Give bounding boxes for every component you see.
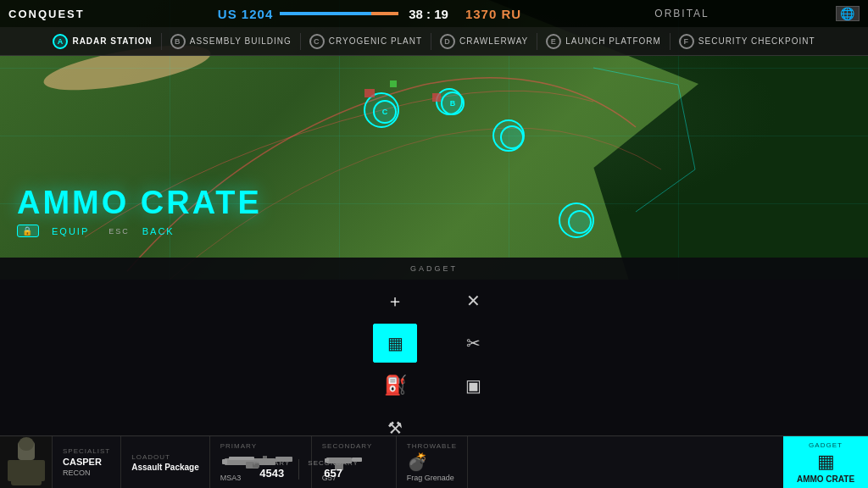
- objective-B[interactable]: BASSEMBLY BUILDING: [162, 27, 300, 55]
- equip-label[interactable]: EQUIP: [52, 226, 89, 236]
- specialist-name: CASPER: [63, 457, 110, 467]
- cross-icon: ✕: [466, 291, 481, 311]
- svg-rect-17: [263, 456, 267, 458]
- secondary-label: SECONDARY: [322, 442, 386, 450]
- spacer: [468, 436, 783, 488]
- ammo-crate-icon: ▦: [387, 333, 403, 353]
- svg-rect-11: [36, 460, 45, 481]
- loadout-section: Loadout Assault Package: [121, 436, 210, 488]
- svg-point-8: [19, 437, 34, 451]
- throwable-label: Throwable: [407, 442, 457, 450]
- objective-label-B: ASSEMBLY BUILDING: [190, 36, 292, 46]
- objective-E[interactable]: ELAUNCH PLATFORM: [537, 27, 670, 55]
- scissors-icon: ✂: [466, 333, 481, 353]
- specialist-role: RECON: [63, 469, 110, 477]
- box-icon: ▣: [465, 375, 481, 396]
- back-key: ESC: [108, 227, 130, 236]
- gadget-slot-medkit[interactable]: ＋: [373, 281, 417, 320]
- svg-rect-10: [8, 460, 16, 481]
- objective-label-D: CRAWLERWAY: [459, 36, 528, 46]
- gadget-slot-supply[interactable]: ⛽: [373, 366, 417, 405]
- objective-F[interactable]: FSECURITY CHECKPOINT: [670, 27, 824, 55]
- specialist-section: Specialist CASPER RECON: [53, 436, 121, 488]
- specialist-avatar: [0, 436, 53, 488]
- loadout-name: Assault Package: [131, 463, 199, 472]
- equip-key: 🔒: [17, 225, 39, 237]
- gadget-section-label: GADGET: [410, 264, 458, 273]
- score-progress-bar: [280, 12, 398, 15]
- gadget-slot-r1[interactable]: ✕: [451, 281, 495, 320]
- objective-badge-D: D: [440, 34, 455, 49]
- secondary-ammo-label: secondary: [308, 459, 359, 467]
- objective-badge-B: B: [170, 34, 186, 49]
- throwable-icon: 💣: [407, 452, 457, 472]
- gadget-slot-r3[interactable]: ▣: [451, 366, 495, 405]
- gadget-grid: ＋ ▦ ⛽ ⚒ ✕ ✂ ▣: [373, 277, 495, 452]
- gadget-slot-label: Gadget: [809, 441, 843, 449]
- gadget-column-right: ✕ ✂ ▣: [451, 281, 495, 405]
- match-timer: 38 : 19: [398, 7, 459, 21]
- objective-label-E: LAUNCH PLATFORM: [565, 36, 661, 46]
- world-map-icon[interactable]: 🌐: [836, 6, 860, 21]
- primary-ammo-label: Primary: [253, 459, 290, 467]
- supply-icon: ⛽: [384, 374, 407, 396]
- top-bar: CONQUEST US 1204 38 : 19 1370 RU ORBITAL…: [0, 0, 868, 27]
- gadget-slot-icon: ▦: [817, 451, 835, 473]
- gadget-column-left: ＋ ▦ ⛽ ⚒: [373, 281, 417, 447]
- objective-D[interactable]: DCRAWLERWAY: [431, 27, 537, 55]
- map-marker-e: [500, 125, 524, 149]
- score-area: US 1204 38 : 19 1370 RU: [211, 7, 528, 21]
- map-marker-f: [568, 210, 592, 234]
- loadout-label: Loadout: [131, 453, 199, 461]
- us-score: US 1204: [211, 7, 280, 21]
- ru-score: 1370 RU: [459, 7, 528, 21]
- secondary-ammo-count: 657: [324, 467, 342, 480]
- objective-label-C: CRYOGENIC PLANT: [329, 36, 422, 46]
- throwable-section: Throwable 💣 Frag Grenade: [397, 436, 468, 488]
- primary-label: PRIMARY: [220, 442, 301, 450]
- objective-badge-E: E: [546, 34, 561, 49]
- map-marker-c: C: [373, 100, 397, 124]
- objective-label-F: SECURITY CHECKPOINT: [698, 36, 815, 46]
- game-title: CONQUEST: [8, 8, 85, 20]
- back-label: BACK: [142, 226, 175, 236]
- svg-rect-16: [222, 459, 227, 464]
- ammo-crate-overlay: AMMO CRATE 🔒 EQUIP ESC BACK: [17, 185, 262, 237]
- gadget-panel: GADGET ＋ ▦ ⛽ ⚒ ✕: [0, 258, 868, 435]
- gadget-selected-section[interactable]: Gadget ▦ Ammo Crate: [783, 436, 868, 488]
- ammo-crate-actions: 🔒 EQUIP ESC BACK: [17, 225, 262, 237]
- objective-A[interactable]: ARADAR STATION: [44, 27, 160, 55]
- specialist-label: Specialist: [63, 447, 110, 455]
- objective-badge-C: C: [309, 34, 325, 49]
- server-name: ORBITAL: [654, 8, 709, 19]
- objective-badge-F: F: [679, 34, 694, 49]
- gadget-slot-name: Ammo Crate: [797, 474, 854, 484]
- map-marker-b: B: [441, 92, 465, 115]
- bottom-bar: Specialist CASPER RECON Loadout Assault …: [0, 435, 868, 488]
- objective-label-A: RADAR STATION: [72, 36, 152, 46]
- gadget-slot-r2[interactable]: ✂: [451, 324, 495, 363]
- ammo-overlay: Primary 4543 secondary 657: [245, 459, 367, 480]
- gadget-slot-ammo-crate[interactable]: ▦: [373, 324, 417, 363]
- medkit-icon: ＋: [387, 290, 403, 313]
- objectives-bar: ARADAR STATIONBASSEMBLY BUILDINGCCRYOGEN…: [0, 27, 868, 56]
- objective-C[interactable]: CCRYOGENIC PLANT: [301, 27, 431, 55]
- ammo-crate-title: AMMO CRATE: [17, 185, 262, 221]
- primary-ammo-count: 4543: [259, 467, 284, 480]
- objective-badge-A: A: [53, 34, 68, 49]
- throwable-name: Frag Grenade: [407, 474, 457, 482]
